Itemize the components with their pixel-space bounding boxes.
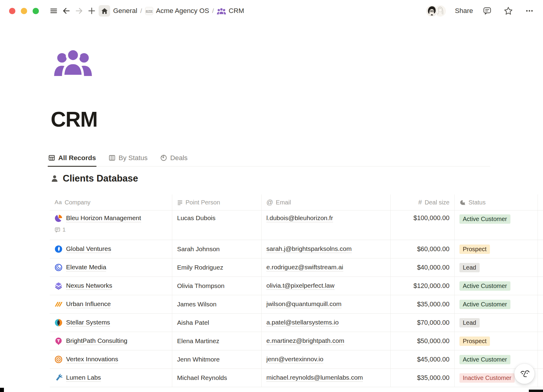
deal-size-cell[interactable]: $45,000.00 (391, 350, 455, 368)
deal-size-cell[interactable]: $35,000.00 (391, 295, 455, 313)
deal-size-cell[interactable]: $70,000.00 (391, 314, 455, 332)
email-link[interactable]: jwilson@quantumquill.com (266, 300, 341, 308)
column-header-status[interactable]: Status (455, 194, 538, 210)
comment-count[interactable]: 1 (55, 226, 141, 233)
email-cell[interactable]: e.rodriguez@swiftstream.ai (262, 258, 391, 277)
favorite-star-icon[interactable] (503, 5, 514, 17)
deal-size-cell[interactable]: $100,000.00 (391, 210, 455, 240)
point-person-cell[interactable]: James Wilson (172, 295, 262, 313)
point-person-cell[interactable]: Lucas Dubois (172, 210, 262, 240)
expand-window-button[interactable] (33, 8, 39, 14)
column-header-point-person[interactable]: Point Person (172, 194, 262, 210)
breadcrumb-page[interactable]: CRM (217, 7, 244, 15)
email-cell[interactable]: l.dubois@bleuhorizon.fr (262, 210, 391, 240)
status-cell[interactable]: Active Customer (455, 295, 538, 313)
breadcrumb-separator: / (140, 7, 142, 14)
status-badge[interactable]: Active Customer (459, 214, 510, 224)
point-person-cell[interactable]: Jenn Whitmore (172, 350, 262, 368)
company-link[interactable]: Stellar Systems (66, 319, 110, 327)
status-badge[interactable]: Lead (459, 318, 480, 327)
forward-arrow-icon[interactable] (73, 5, 85, 17)
company-link[interactable]: Global Ventures (66, 245, 111, 253)
tab-all-records[interactable]: All Records (48, 150, 96, 166)
company-link[interactable]: BrightPath Consulting (66, 337, 127, 345)
company-cell[interactable]: Urban Influence (50, 295, 172, 313)
company-cell[interactable]: BrightPath Consulting (50, 332, 172, 350)
company-link[interactable]: Urban Influence (66, 300, 111, 308)
email-cell[interactable]: e.martinez@brightpath.com (262, 332, 391, 350)
point-person-cell[interactable]: Aisha Patel (172, 314, 262, 332)
email-link[interactable]: a.patel@stellarsystems.io (266, 319, 339, 327)
company-link[interactable]: Nexus Networks (66, 282, 112, 290)
status-cell[interactable]: Lead (455, 258, 538, 277)
minimize-window-button[interactable] (21, 8, 27, 14)
email-link[interactable]: e.martinez@brightpath.com (266, 337, 344, 345)
email-cell[interactable]: olivia.t@pixelperfect.law (262, 277, 391, 295)
menu-icon[interactable] (48, 5, 59, 17)
status-cell[interactable]: Active Customer (455, 277, 538, 295)
status-badge[interactable]: Active Customer (459, 300, 510, 309)
column-header-company[interactable]: Aa Company (50, 194, 172, 210)
share-button[interactable]: Share (455, 7, 473, 15)
status-badge[interactable]: Inactive Customer (459, 373, 515, 383)
page-icon-people-group[interactable] (51, 48, 95, 76)
tab-by-status[interactable]: By Status (109, 150, 148, 166)
company-cell[interactable]: Global Ventures (50, 240, 172, 258)
company-link[interactable]: Vertex Innovations (66, 356, 118, 363)
close-window-button[interactable] (9, 8, 15, 14)
status-cell[interactable]: Lead (455, 314, 538, 332)
company-link[interactable]: Bleu Horizon Management (66, 214, 141, 222)
status-badge[interactable]: Prospect (459, 245, 490, 254)
deal-size-cell[interactable]: $50,000.00 (391, 332, 455, 350)
deal-size-cell[interactable]: $60,000.00 (391, 240, 455, 258)
breadcrumb-workspace[interactable]: acme Acme Agency OS (145, 7, 209, 15)
status-badge[interactable]: Prospect (459, 337, 490, 346)
breadcrumb-root[interactable]: General (113, 7, 137, 15)
company-link[interactable]: Elevate Media (66, 264, 106, 271)
status-badge[interactable]: Lead (459, 263, 480, 272)
point-person-cell[interactable]: Sarah Johnson (172, 240, 262, 258)
company-link[interactable]: Lumen Labs (66, 374, 101, 382)
email-cell[interactable]: sarah.j@brightsparksolns.com (262, 240, 391, 258)
column-header-deal-size[interactable]: # Deal size (391, 194, 455, 210)
company-cell[interactable]: Bleu Horizon Management 1 (50, 210, 172, 240)
notion-ai-button[interactable] (514, 364, 535, 384)
email-link[interactable]: olivia.t@pixelperfect.law (266, 282, 335, 290)
point-person-cell[interactable]: Olivia Thompson (172, 277, 262, 295)
email-cell[interactable]: a.patel@stellarsystems.io (262, 314, 391, 332)
status-cell[interactable]: Prospect (455, 332, 538, 350)
point-person-cell[interactable]: Michael Reynolds (172, 369, 262, 387)
status-cell[interactable]: Prospect (455, 240, 538, 258)
company-cell[interactable]: Vertex Innovations (50, 350, 172, 368)
company-cell[interactable]: Nexus Networks (50, 277, 172, 295)
tab-deals[interactable]: Deals (160, 150, 188, 166)
deal-size-cell[interactable]: $120,000.00 (391, 277, 455, 295)
column-header-email[interactable]: @ Email (262, 194, 391, 210)
comments-icon[interactable] (481, 5, 493, 17)
point-person-cell[interactable]: Emily Rodriguez (172, 258, 262, 277)
deal-size-cell[interactable]: $35,000.00 (391, 369, 455, 387)
home-icon[interactable] (99, 5, 110, 17)
new-page-plus-icon[interactable] (86, 5, 97, 17)
status-cell[interactable]: Active Customer (455, 210, 538, 240)
window-topbar: General / acme Acme Agency OS / CRM (0, 0, 543, 22)
email-cell[interactable]: michael.reynolds@lumenlabs.com (262, 369, 391, 387)
email-link[interactable]: sarah.j@brightsparksolns.com (266, 245, 352, 253)
status-badge[interactable]: Active Customer (459, 355, 510, 364)
company-cell[interactable]: Stellar Systems (50, 314, 172, 332)
email-link[interactable]: e.rodriguez@swiftstream.ai (266, 264, 343, 271)
email-link[interactable]: l.dubois@bleuhorizon.fr (266, 214, 333, 222)
status-badge[interactable]: Active Customer (459, 281, 510, 291)
more-options-icon[interactable] (524, 5, 535, 17)
collaborator-avatars[interactable] (426, 5, 446, 17)
company-cell[interactable]: Elevate Media (50, 258, 172, 277)
point-person-cell[interactable]: Elena Martinez (172, 332, 262, 350)
company-cell[interactable]: Lumen Labs (50, 369, 172, 387)
deal-size-value: $120,000.00 (413, 282, 449, 290)
email-link[interactable]: jenn@vertexinnov.io (266, 356, 323, 363)
email-cell[interactable]: jwilson@quantumquill.com (262, 295, 391, 313)
email-link[interactable]: michael.reynolds@lumenlabs.com (266, 374, 363, 382)
email-cell[interactable]: jenn@vertexinnov.io (262, 350, 391, 368)
back-arrow-icon[interactable] (61, 5, 72, 17)
deal-size-cell[interactable]: $40,000.00 (391, 258, 455, 277)
